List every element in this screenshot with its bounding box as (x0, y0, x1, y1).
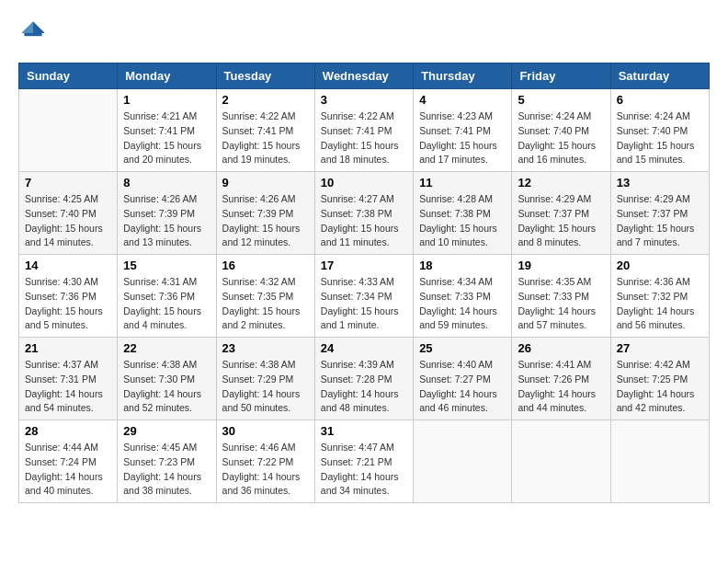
sunrise-text: Sunrise: 4:46 AM (222, 442, 296, 453)
daylight-text: Daylight: 15 hours and 5 minutes. (25, 305, 103, 331)
day-info: Sunrise: 4:29 AM Sunset: 7:37 PM Dayligh… (518, 192, 604, 250)
sunset-text: Sunset: 7:24 PM (25, 456, 97, 467)
page-header (18, 18, 710, 48)
calendar-cell: 5 Sunrise: 4:24 AM Sunset: 7:40 PM Dayli… (512, 89, 610, 172)
calendar-cell: 15 Sunrise: 4:31 AM Sunset: 7:36 PM Dayl… (118, 255, 216, 338)
sunset-text: Sunset: 7:27 PM (419, 373, 491, 385)
sunset-text: Sunset: 7:28 PM (321, 373, 392, 385)
calendar-cell: 13 Sunrise: 4:29 AM Sunset: 7:37 PM Dayl… (610, 172, 709, 255)
day-number: 13 (617, 176, 703, 190)
sunset-text: Sunset: 7:40 PM (617, 125, 688, 136)
sunrise-text: Sunrise: 4:23 AM (419, 110, 493, 121)
calendar-cell: 1 Sunrise: 4:21 AM Sunset: 7:41 PM Dayli… (118, 89, 216, 172)
day-number: 5 (518, 93, 604, 107)
sunset-text: Sunset: 7:37 PM (617, 208, 688, 219)
daylight-text: Daylight: 14 hours and 54 minutes. (25, 388, 103, 414)
daylight-text: Daylight: 15 hours and 18 minutes. (321, 140, 399, 166)
sunset-text: Sunset: 7:39 PM (123, 208, 195, 219)
day-info: Sunrise: 4:31 AM Sunset: 7:36 PM Dayligh… (123, 275, 210, 333)
sunset-text: Sunset: 7:34 PM (321, 291, 392, 302)
day-info: Sunrise: 4:41 AM Sunset: 7:26 PM Dayligh… (518, 358, 604, 416)
day-number: 24 (321, 341, 407, 355)
sunset-text: Sunset: 7:40 PM (518, 125, 589, 136)
calendar-cell: 29 Sunrise: 4:45 AM Sunset: 7:23 PM Dayl… (118, 420, 216, 503)
sunrise-text: Sunrise: 4:34 AM (419, 276, 493, 287)
weekday-header: Monday (118, 63, 216, 89)
sunrise-text: Sunrise: 4:28 AM (419, 193, 493, 204)
calendar-week: 21 Sunrise: 4:37 AM Sunset: 7:31 PM Dayl… (19, 338, 710, 420)
sunrise-text: Sunrise: 4:29 AM (518, 193, 591, 204)
weekday-header: Friday (512, 63, 610, 89)
sunset-text: Sunset: 7:40 PM (25, 208, 97, 219)
day-info: Sunrise: 4:27 AM Sunset: 7:38 PM Dayligh… (321, 192, 407, 250)
daylight-text: Daylight: 15 hours and 7 minutes. (617, 223, 695, 248)
sunrise-text: Sunrise: 4:33 AM (321, 276, 394, 287)
day-info: Sunrise: 4:24 AM Sunset: 7:40 PM Dayligh… (617, 109, 703, 167)
daylight-text: Daylight: 15 hours and 14 minutes. (25, 223, 103, 248)
logo-icon (18, 18, 48, 48)
day-info: Sunrise: 4:21 AM Sunset: 7:41 PM Dayligh… (123, 109, 210, 167)
daylight-text: Daylight: 14 hours and 59 minutes. (419, 305, 497, 331)
sunrise-text: Sunrise: 4:24 AM (617, 110, 690, 121)
daylight-text: Daylight: 14 hours and 36 minutes. (222, 471, 301, 497)
sunrise-text: Sunrise: 4:35 AM (518, 276, 591, 287)
day-info: Sunrise: 4:35 AM Sunset: 7:33 PM Dayligh… (518, 275, 604, 333)
calendar-cell: 25 Sunrise: 4:40 AM Sunset: 7:27 PM Dayl… (414, 338, 512, 420)
day-info: Sunrise: 4:23 AM Sunset: 7:41 PM Dayligh… (419, 109, 506, 167)
day-info: Sunrise: 4:22 AM Sunset: 7:41 PM Dayligh… (321, 109, 407, 167)
day-number: 3 (321, 93, 407, 107)
calendar-cell: 22 Sunrise: 4:38 AM Sunset: 7:30 PM Dayl… (118, 338, 216, 420)
day-number: 31 (321, 424, 407, 438)
calendar-cell: 17 Sunrise: 4:33 AM Sunset: 7:34 PM Dayl… (314, 255, 413, 338)
calendar-cell: 31 Sunrise: 4:47 AM Sunset: 7:21 PM Dayl… (314, 420, 413, 503)
day-number: 25 (419, 341, 506, 355)
day-number: 8 (123, 176, 210, 190)
daylight-text: Daylight: 15 hours and 19 minutes. (222, 140, 301, 166)
day-info: Sunrise: 4:40 AM Sunset: 7:27 PM Dayligh… (419, 358, 506, 416)
day-info: Sunrise: 4:32 AM Sunset: 7:35 PM Dayligh… (222, 275, 309, 333)
daylight-text: Daylight: 15 hours and 20 minutes. (123, 140, 201, 166)
calendar-cell: 6 Sunrise: 4:24 AM Sunset: 7:40 PM Dayli… (610, 89, 709, 172)
day-number: 7 (25, 176, 111, 190)
daylight-text: Daylight: 15 hours and 13 minutes. (123, 223, 201, 248)
day-number: 30 (222, 424, 309, 438)
sunset-text: Sunset: 7:39 PM (222, 208, 294, 219)
calendar-cell: 3 Sunrise: 4:22 AM Sunset: 7:41 PM Dayli… (314, 89, 413, 172)
weekday-header: Thursday (414, 63, 512, 89)
sunrise-text: Sunrise: 4:39 AM (321, 359, 394, 370)
day-info: Sunrise: 4:28 AM Sunset: 7:38 PM Dayligh… (419, 192, 506, 250)
daylight-text: Daylight: 15 hours and 8 minutes. (518, 223, 596, 248)
sunrise-text: Sunrise: 4:27 AM (321, 193, 394, 204)
sunset-text: Sunset: 7:35 PM (222, 291, 294, 302)
day-number: 2 (222, 93, 309, 107)
sunrise-text: Sunrise: 4:21 AM (123, 110, 197, 121)
calendar-cell: 18 Sunrise: 4:34 AM Sunset: 7:33 PM Dayl… (414, 255, 512, 338)
sunset-text: Sunset: 7:41 PM (419, 125, 491, 136)
calendar-cell: 28 Sunrise: 4:44 AM Sunset: 7:24 PM Dayl… (19, 420, 118, 503)
day-info: Sunrise: 4:46 AM Sunset: 7:22 PM Dayligh… (222, 441, 309, 499)
weekday-header: Tuesday (216, 63, 314, 89)
day-number: 26 (518, 341, 604, 355)
daylight-text: Daylight: 14 hours and 48 minutes. (321, 388, 399, 414)
calendar-week: 7 Sunrise: 4:25 AM Sunset: 7:40 PM Dayli… (19, 172, 710, 255)
calendar-header: SundayMondayTuesdayWednesdayThursdayFrid… (19, 63, 710, 89)
day-info: Sunrise: 4:33 AM Sunset: 7:34 PM Dayligh… (321, 275, 407, 333)
sunset-text: Sunset: 7:21 PM (321, 456, 392, 467)
calendar-cell (19, 89, 118, 172)
sunset-text: Sunset: 7:23 PM (123, 456, 195, 467)
day-number: 15 (123, 259, 210, 272)
day-number: 9 (222, 176, 309, 190)
sunset-text: Sunset: 7:38 PM (419, 208, 491, 219)
calendar-week: 1 Sunrise: 4:21 AM Sunset: 7:41 PM Dayli… (19, 89, 710, 172)
day-info: Sunrise: 4:37 AM Sunset: 7:31 PM Dayligh… (25, 358, 111, 416)
day-info: Sunrise: 4:39 AM Sunset: 7:28 PM Dayligh… (321, 358, 407, 416)
sunset-text: Sunset: 7:25 PM (617, 373, 688, 385)
day-info: Sunrise: 4:38 AM Sunset: 7:29 PM Dayligh… (222, 358, 309, 416)
svg-marker-1 (21, 21, 33, 33)
day-number: 22 (123, 341, 210, 355)
calendar-table: SundayMondayTuesdayWednesdayThursdayFrid… (18, 63, 710, 503)
sunrise-text: Sunrise: 4:22 AM (321, 110, 394, 121)
calendar-cell: 23 Sunrise: 4:38 AM Sunset: 7:29 PM Dayl… (216, 338, 314, 420)
sunset-text: Sunset: 7:41 PM (123, 125, 195, 136)
sunset-text: Sunset: 7:22 PM (222, 456, 294, 467)
